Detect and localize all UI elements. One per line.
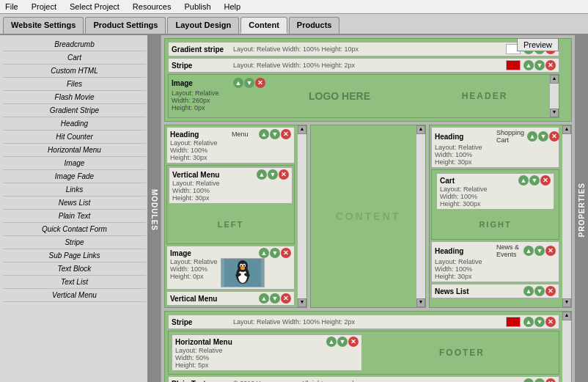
sidebar-item-plain-text[interactable]: Plain Text [3, 210, 146, 223]
sidebar-item-breadcrumb[interactable]: Breadcrumb [3, 38, 146, 51]
left-vmenu2-row: Vertical Menu ▲ ▼ ✕ [166, 291, 295, 306]
scroll-up-left[interactable]: ▲ [298, 125, 306, 134]
left-label: LEFT [215, 214, 247, 235]
scroll-track-header [550, 84, 559, 109]
scroll-up-center[interactable]: ▲ [416, 125, 425, 134]
footer-hmenu-top: Horizontal Menu ▲ ▼ ✕ [175, 337, 359, 347]
tab-website-settings[interactable]: Website Settings [3, 17, 84, 34]
header-section: Gradient stripe Layout: Relative Width: … [164, 38, 572, 122]
left-vmenu-row: Vertical Menu ▲ ▼ ✕ Layout: RelativeWidt… [169, 167, 293, 204]
preview-button[interactable]: Preview [517, 38, 559, 51]
menu-project[interactable]: Project [29, 1, 59, 12]
ctrl-dn-image[interactable]: ▼ [244, 78, 254, 88]
scroll-up-footer[interactable]: ▲ [562, 312, 571, 320]
ctrl-x-image[interactable]: ✕ [255, 78, 265, 88]
left-heading-top: Heading Menu ▲ ▼ ✕ [170, 129, 291, 139]
ctrl-x-right-news-heading[interactable]: ✕ [545, 246, 556, 256]
scroll-up-right[interactable]: ▲ [562, 125, 571, 134]
ctrl-up-right-cart[interactable]: ▲ [518, 175, 529, 186]
right-heading-info: Layout: RelativeWidth: 100%Height: 30px [435, 144, 556, 166]
ctrl-x-footer-plaintext[interactable]: ✕ [545, 378, 556, 382]
right-heading-top: Heading Shopping Cart ▲ ▼ ✕ [435, 129, 556, 144]
sidebar-item-hit-counter[interactable]: Hit Counter [3, 131, 146, 144]
ctrl-x-footer-hmenu[interactable]: ✕ [348, 337, 359, 347]
right-cart-name: Cart [440, 177, 499, 185]
left-heading-menu: Menu [232, 131, 256, 138]
ctrl-up-left-vmenu2[interactable]: ▲ [259, 293, 269, 304]
ctrl-x-footer-stripe[interactable]: ✕ [545, 317, 556, 327]
sidebar-item-horizontal-menu[interactable]: Horizontal Menu [3, 144, 146, 157]
ctrl-x-right-heading[interactable]: ✕ [549, 131, 559, 142]
tab-products[interactable]: Products [289, 17, 340, 34]
menu-select-project[interactable]: Select Project [67, 1, 122, 12]
ctrl-right-cart: ▲ ▼ ✕ [518, 175, 551, 186]
sidebar-item-stripe[interactable]: Stripe [3, 236, 146, 249]
ctrl-dn-left-vmenu2[interactable]: ▼ [270, 293, 280, 304]
scroll-dn-header[interactable]: ▼ [550, 109, 559, 117]
ctrl-up-left-image[interactable]: ▲ [259, 248, 269, 258]
sidebar-item-vertical-menu[interactable]: Vertical Menu [3, 289, 146, 302]
ctrl-up-footer-plaintext[interactable]: ▲ [523, 378, 534, 382]
sidebar-item-custom-html[interactable]: Custom HTML [3, 65, 146, 78]
sidebar-item-image[interactable]: Image [3, 157, 146, 170]
ctrl-x-left-heading[interactable]: ✕ [281, 129, 291, 139]
ctrl-dn-right-cart[interactable]: ▼ [529, 175, 540, 186]
sidebar-item-text-block[interactable]: Text Block [3, 262, 146, 276]
footer-section: Stripe Layout: Relative Width: 100% Heig… [164, 311, 572, 382]
menu-publish[interactable]: Publish [182, 1, 213, 12]
tab-product-settings[interactable]: Product Settings [85, 17, 166, 34]
ctrl-x-stripe[interactable]: ✕ [545, 60, 556, 70]
ctrl-dn-footer-hmenu[interactable]: ▼ [337, 337, 348, 347]
ctrl-dn-left-heading[interactable]: ▼ [270, 129, 280, 139]
ctrl-up-right-news-heading[interactable]: ▲ [523, 246, 534, 256]
ctrl-up-stripe[interactable]: ▲ [523, 60, 534, 70]
ctrl-x-left-image[interactable]: ✕ [281, 248, 291, 258]
scroll-dn-center[interactable]: ▼ [416, 298, 425, 307]
ctrl-dn-footer-stripe[interactable]: ▼ [534, 317, 545, 327]
header-logo-area: Image ▲ ▼ ✕ Layout: RelativeWidth: 260px… [168, 74, 559, 118]
header-label: HEADER [411, 75, 559, 117]
scroll-dn-right[interactable]: ▼ [562, 298, 571, 307]
sidebar-item-flash-movie[interactable]: Flash Movie [3, 91, 146, 104]
ctrl-right-newslist: ▲ ▼ ✕ [523, 286, 556, 296]
ctrl-up-image[interactable]: ▲ [233, 78, 243, 88]
ctrl-dn-right-newslist[interactable]: ▼ [534, 286, 545, 296]
ctrl-dn-left-image[interactable]: ▼ [270, 248, 280, 258]
ctrl-dn-right-heading[interactable]: ▼ [538, 131, 548, 142]
scroll-up-header[interactable]: ▲ [550, 75, 559, 84]
ctrl-x-right-newslist[interactable]: ✕ [545, 286, 556, 296]
sidebar-item-cart[interactable]: Cart [3, 51, 146, 65]
sidebar-item-text-list[interactable]: Text List [3, 276, 146, 289]
sidebar-item-heading[interactable]: Heading [3, 117, 146, 131]
tab-layout-design[interactable]: Layout Design [167, 17, 239, 34]
sidebar-item-links[interactable]: Links [3, 183, 146, 196]
ctrl-dn-footer-plaintext[interactable]: ▼ [534, 378, 545, 382]
tab-content[interactable]: Content [240, 17, 287, 34]
penguin-svg [224, 259, 261, 287]
ctrl-x-right-cart[interactable]: ✕ [540, 175, 551, 186]
sidebar-item-quick-contact-form[interactable]: Quick Contact Form [3, 223, 146, 236]
ctrl-up-left-heading[interactable]: ▲ [259, 129, 269, 139]
sidebar-item-image-fade[interactable]: Image Fade [3, 170, 146, 183]
ctrl-up-left-vmenu[interactable]: ▲ [257, 169, 267, 180]
sidebar-items: Breadcrumb Cart Custom HTML Files Flash … [0, 35, 161, 305]
sidebar-item-files[interactable]: Files [3, 78, 146, 91]
ctrl-dn-right-news-heading[interactable]: ▼ [534, 246, 545, 256]
ctrl-x-left-vmenu2[interactable]: ✕ [281, 293, 291, 304]
sidebar-item-news-list[interactable]: News List [3, 196, 146, 210]
sidebar-title: MODULES [147, 35, 161, 382]
ctrl-x-left-vmenu[interactable]: ✕ [279, 169, 289, 180]
menu-resources[interactable]: Resources [131, 1, 174, 12]
ctrl-up-right-heading[interactable]: ▲ [527, 131, 537, 142]
sidebar-item-gradient-stripe[interactable]: Gradient Stripe [3, 104, 146, 117]
ctrl-up-right-newslist[interactable]: ▲ [523, 286, 534, 296]
scroll-dn-left[interactable]: ▼ [298, 298, 306, 307]
ctrl-dn-stripe[interactable]: ▼ [534, 60, 545, 70]
ctrl-up-footer-hmenu[interactable]: ▲ [326, 337, 337, 347]
left-image-name: Image [170, 249, 229, 257]
ctrl-up-footer-stripe[interactable]: ▲ [523, 317, 534, 327]
ctrl-dn-left-vmenu[interactable]: ▼ [268, 169, 278, 180]
menu-file[interactable]: File [3, 1, 21, 12]
menu-help[interactable]: Help [222, 1, 243, 12]
sidebar-item-sub-page-links[interactable]: Sub Page Links [3, 249, 146, 262]
